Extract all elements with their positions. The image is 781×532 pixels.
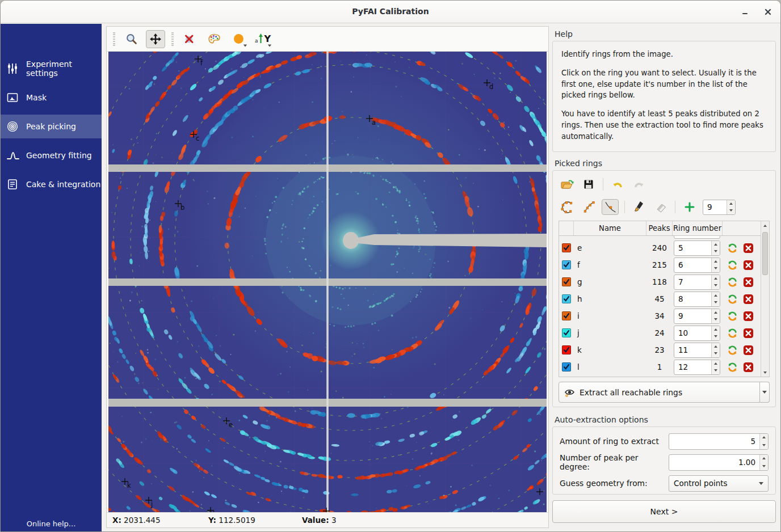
delete-ring-button[interactable] <box>743 345 754 356</box>
ring-visibility-checkbox[interactable] <box>562 294 571 303</box>
zoom-tool-button[interactable] <box>121 30 141 48</box>
table-scrollbar[interactable] <box>761 221 769 377</box>
extract-options-dropdown[interactable] <box>760 382 770 403</box>
spin-up-button[interactable] <box>712 309 720 316</box>
spin-down-button[interactable] <box>712 316 720 323</box>
redo-button[interactable] <box>631 176 648 192</box>
minimize-button[interactable] <box>738 5 752 19</box>
delete-ring-button[interactable] <box>743 260 754 271</box>
ring-number-spinbox[interactable]: 9 <box>674 309 720 324</box>
ring-number-spinbox[interactable]: 12 <box>674 360 720 375</box>
diffraction-canvas[interactable]: fdacbekjh <box>108 52 547 512</box>
delete-ring-button[interactable] <box>743 277 754 288</box>
spin-down-button[interactable] <box>712 299 720 306</box>
spin-up-button[interactable] <box>712 292 720 299</box>
pick-full-ring-button[interactable] <box>559 199 576 215</box>
toolbar-grip[interactable] <box>171 32 174 46</box>
spin-up-button[interactable] <box>712 343 720 351</box>
ring-visibility-checkbox[interactable] <box>562 328 571 337</box>
ring-number-value[interactable]: 12 <box>674 360 711 374</box>
brush-button[interactable] <box>631 199 648 215</box>
extract-rings-button[interactable]: Extract all reachable rings <box>559 382 760 403</box>
ring-number-value[interactable]: 9 <box>703 200 727 214</box>
spin-down-button[interactable] <box>712 248 720 255</box>
ring-number-value[interactable]: 7 <box>674 275 711 289</box>
spin-up-button[interactable] <box>712 360 720 368</box>
ring-number-spinbox[interactable]: 9 <box>703 200 736 215</box>
refresh-ring-button[interactable] <box>727 362 738 373</box>
ring-row-i[interactable]: i349 <box>559 307 761 324</box>
sidebar-item-mask[interactable]: Mask <box>1 86 102 109</box>
spin-down-button[interactable] <box>712 350 720 357</box>
ring-number-value[interactable]: 8 <box>674 292 711 306</box>
ring-number-spinbox[interactable]: 7 <box>674 275 720 290</box>
ring-row-h[interactable]: h458 <box>559 290 761 307</box>
delete-ring-button[interactable] <box>743 362 754 373</box>
delete-ring-button[interactable] <box>743 243 754 254</box>
spin-up-button[interactable] <box>712 326 720 333</box>
add-ring-button[interactable] <box>681 199 698 215</box>
online-help-link[interactable]: Online help... <box>1 520 102 528</box>
ring-number-value[interactable]: 6 <box>674 258 711 272</box>
scrollbar-track[interactable] <box>761 230 769 368</box>
sidebar-item-peak-picking[interactable]: Peak picking <box>1 115 102 138</box>
ring-row-f[interactable]: f2156 <box>559 256 761 273</box>
amount-of-rings-spinbox[interactable]: 5 <box>669 433 769 450</box>
ring-visibility-checkbox[interactable] <box>562 345 571 354</box>
spin-up-button[interactable] <box>760 434 768 442</box>
spin-down-button[interactable] <box>712 265 720 272</box>
ring-row-g[interactable]: g1187 <box>559 273 761 290</box>
diffraction-image[interactable]: fdacbekjh <box>108 52 547 512</box>
ring-number-spinbox[interactable]: 10 <box>674 326 720 341</box>
pick-arc-button[interactable] <box>580 199 597 215</box>
scroll-down-button[interactable] <box>761 368 769 377</box>
scroll-up-button[interactable] <box>761 221 769 230</box>
ring-number-value[interactable]: 9 <box>674 309 711 323</box>
colormap-button[interactable] <box>204 30 224 48</box>
spin-down-button[interactable] <box>760 441 768 449</box>
ring-row-k[interactable]: k2311 <box>559 341 761 358</box>
marker-color-button[interactable] <box>229 30 248 48</box>
spin-up-button[interactable] <box>727 200 735 208</box>
spin-down-button[interactable] <box>727 207 735 214</box>
y-axis-orientation-button[interactable]: a Y <box>253 30 272 48</box>
ring-number-spinbox[interactable]: 5 <box>674 240 720 256</box>
sidebar-item-geometry-fitting[interactable]: Geometry fitting <box>1 143 102 167</box>
ring-number-value[interactable]: 10 <box>674 326 711 340</box>
next-button[interactable]: Next > <box>552 500 776 523</box>
peaks-per-degree-value[interactable]: 1.00 <box>669 455 759 470</box>
spin-down-button[interactable] <box>712 367 720 374</box>
refresh-ring-button[interactable] <box>727 328 738 339</box>
spin-up-button[interactable] <box>712 258 720 265</box>
spin-down-button[interactable] <box>712 282 720 289</box>
pan-tool-button[interactable] <box>146 30 165 48</box>
undo-button[interactable] <box>609 176 626 192</box>
ring-row-j[interactable]: j2410 <box>559 324 761 341</box>
ring-number-spinbox[interactable]: 6 <box>674 257 720 273</box>
ring-visibility-checkbox[interactable] <box>562 243 571 252</box>
delete-ring-button[interactable] <box>743 311 754 322</box>
refresh-ring-button[interactable] <box>727 243 738 254</box>
ring-visibility-checkbox[interactable] <box>562 277 571 286</box>
close-button[interactable] <box>761 5 775 19</box>
save-rings-button[interactable] <box>580 176 597 192</box>
peaks-per-degree-spinbox[interactable]: 1.00 <box>669 454 769 471</box>
refresh-ring-button[interactable] <box>727 277 738 288</box>
refresh-ring-button[interactable] <box>727 311 738 322</box>
spin-down-button[interactable] <box>712 333 720 340</box>
pick-point-button[interactable] <box>602 199 619 215</box>
toolbar-grip[interactable] <box>113 32 115 46</box>
ring-visibility-checkbox[interactable] <box>562 260 571 269</box>
refresh-ring-button[interactable] <box>727 294 738 305</box>
delete-ring-button[interactable] <box>743 294 754 305</box>
ring-number-value[interactable]: 5 <box>674 241 711 255</box>
spin-up-button[interactable] <box>760 455 768 463</box>
ring-row-l[interactable]: l112 <box>559 358 761 375</box>
titlebar[interactable]: PyFAI Calibration <box>1 1 780 23</box>
sidebar-item-experiment-settings[interactable]: Experiment settings <box>1 57 102 81</box>
ring-visibility-checkbox[interactable] <box>562 311 571 320</box>
ring-number-value[interactable]: 11 <box>674 343 711 357</box>
ring-number-spinbox[interactable]: 11 <box>674 343 720 358</box>
refresh-ring-button[interactable] <box>727 260 738 271</box>
spin-up-button[interactable] <box>712 275 720 282</box>
